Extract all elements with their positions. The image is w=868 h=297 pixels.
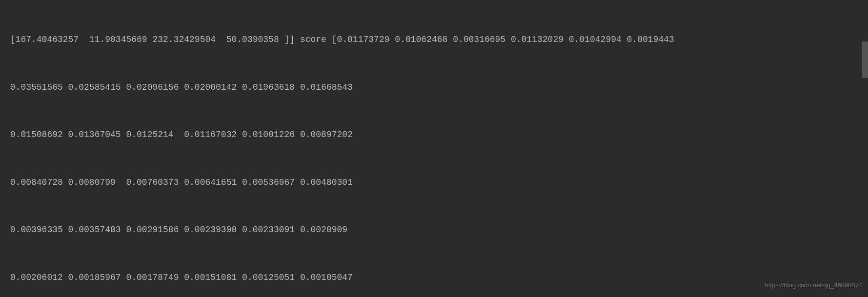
output-line: [167.40463257 11.90345669 232.32429504 5… (0, 32, 868, 48)
watermark-text: https://blog.csdn.net/qq_46098574 (765, 277, 863, 294)
console-output[interactable]: [167.40463257 11.90345669 232.32429504 5… (0, 0, 868, 297)
output-line: 0.03551565 0.02585415 0.02096156 0.02000… (0, 79, 868, 96)
output-line: 0.00396335 0.00357483 0.00291586 0.00239… (0, 222, 868, 238)
output-line: 0.00206012 0.00185967 0.00178749 0.00151… (0, 270, 868, 286)
output-line: 0.01508692 0.01367045 0.0125214 0.011670… (0, 127, 868, 143)
output-line: 0.00840728 0.0080799 0.00760373 0.006416… (0, 175, 868, 191)
scrollbar-thumb[interactable] (862, 41, 868, 78)
